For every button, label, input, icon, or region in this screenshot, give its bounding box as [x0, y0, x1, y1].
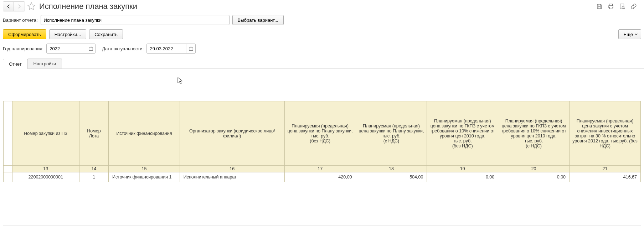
table-colnum: 15 — [109, 166, 180, 172]
more-button-label: Еще — [624, 32, 633, 37]
year-input-group — [46, 44, 96, 54]
date-input[interactable] — [147, 45, 186, 53]
table-colnum: 14 — [79, 166, 108, 172]
preview-icon[interactable] — [618, 2, 626, 10]
table-header: Организатор закупки (юридическое лицо/ ф… — [180, 101, 284, 166]
tab-settings[interactable]: Настройки — [27, 59, 62, 69]
table-header: Планируемая (предельная) цена закупки по… — [356, 101, 427, 166]
table-colnum: 13 — [12, 166, 79, 172]
table-colnum: 20 — [498, 166, 570, 172]
year-input[interactable] — [47, 45, 86, 53]
save-floppy-icon[interactable] — [596, 2, 603, 10]
table-cell[interactable]: 420,00 — [284, 172, 356, 182]
table-gutter — [4, 101, 12, 166]
table-colnum: 16 — [180, 166, 284, 172]
chevron-down-icon — [634, 32, 638, 36]
table-colnum: 17 — [284, 166, 356, 172]
tab-report[interactable]: Отчет — [3, 59, 28, 69]
svg-rect-2 — [89, 47, 93, 50]
table-gutter — [4, 166, 12, 172]
calendar-icon — [189, 46, 194, 51]
table-colnum: 19 — [427, 166, 498, 172]
date-label: Дата актуальности: — [102, 46, 144, 51]
year-calendar-button[interactable] — [86, 44, 95, 53]
nav-forward-button[interactable] — [14, 2, 25, 11]
table-header: Планируемая (предельная) цена закупки по… — [498, 101, 570, 166]
table-header: Планируемая (предельная) цена закупки по… — [427, 101, 498, 166]
variant-label: Вариант отчета: — [3, 17, 38, 23]
more-button[interactable]: Еще — [618, 29, 641, 39]
table-header: Планируемая (предельная) цена закупки с … — [570, 101, 641, 166]
table-cell[interactable]: Источник финансирования 1 — [109, 172, 180, 182]
save-button[interactable]: Сохранить — [89, 29, 123, 39]
generate-button[interactable]: Сформировать — [3, 29, 46, 39]
report-blank-space — [3, 69, 641, 101]
table-cell[interactable]: Исполнительный аппарат — [180, 172, 284, 182]
table-header: Номер закупки из ПЗ — [12, 101, 79, 166]
calendar-icon — [88, 46, 93, 51]
svg-rect-3 — [189, 47, 193, 50]
table-cell[interactable]: 416,67 — [570, 172, 641, 182]
table-row[interactable]: 220020000000011Источник финансирования 1… — [4, 172, 641, 182]
date-calendar-button[interactable] — [186, 44, 195, 53]
nav-history-group — [3, 1, 25, 11]
print-icon[interactable] — [607, 2, 615, 10]
link-icon[interactable] — [630, 2, 638, 10]
table-colnum: 18 — [356, 166, 427, 172]
table-gutter — [4, 172, 12, 182]
table-cell[interactable]: 22002000000001 — [12, 172, 79, 182]
table-colnum: 21 — [570, 166, 641, 172]
settings-button[interactable]: Настройки... — [49, 29, 87, 39]
favorite-star-icon[interactable] — [27, 2, 36, 11]
table-header: Планируемая (предельная) цена закупки по… — [284, 101, 356, 166]
table-header: Номер Лота — [79, 101, 108, 166]
table-cell[interactable]: 0,00 — [498, 172, 570, 182]
date-input-group — [146, 44, 196, 54]
year-label: Год планирования: — [3, 46, 43, 51]
nav-back-button[interactable] — [3, 2, 14, 11]
tabs: Отчет Настройки — [3, 59, 644, 69]
table-cell[interactable]: 504,00 — [356, 172, 427, 182]
report-area[interactable]: Номер закупки из ПЗНомер ЛотаИсточник фи… — [3, 69, 641, 226]
table-cell[interactable]: 1 — [79, 172, 108, 182]
page-title: Исполнение плана закупки — [39, 2, 137, 11]
choose-variant-button[interactable]: Выбрать вариант... — [232, 15, 284, 25]
variant-input[interactable] — [41, 15, 230, 25]
table-header: Источник финансирования — [109, 101, 180, 166]
report-table: Номер закупки из ПЗНомер ЛотаИсточник фи… — [3, 101, 641, 182]
table-cell[interactable]: 0,00 — [427, 172, 498, 182]
